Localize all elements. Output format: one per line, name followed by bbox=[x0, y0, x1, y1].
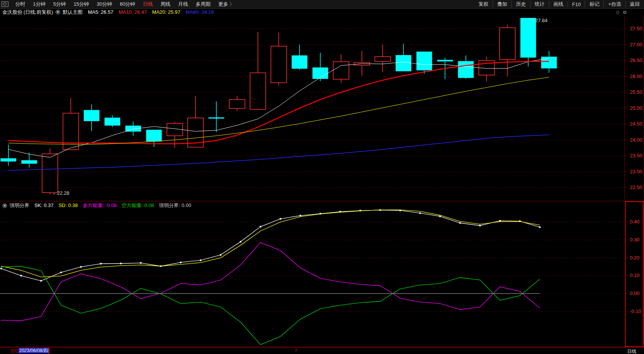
tab-10[interactable]: 更多 〉 bbox=[214, 1, 238, 7]
tab-8[interactable]: 月线 bbox=[174, 1, 192, 7]
data-point-marker bbox=[120, 263, 122, 264]
data-point-marker bbox=[100, 263, 102, 264]
candle[interactable] bbox=[84, 104, 99, 131]
toolbar-button-8[interactable]: 返回 bbox=[625, 1, 644, 8]
candle[interactable] bbox=[209, 101, 224, 132]
data-point-marker bbox=[499, 220, 501, 222]
candle[interactable] bbox=[333, 54, 349, 83]
price-axis-label: 23.00 bbox=[630, 169, 642, 175]
candle[interactable] bbox=[1, 145, 16, 166]
tab-6[interactable]: 日线 bbox=[139, 1, 157, 7]
candle[interactable] bbox=[354, 51, 370, 76]
indicator-chevron-down-icon[interactable]: ▾ bbox=[2, 203, 7, 208]
date-highlight: 2023/06/08/四 bbox=[18, 348, 49, 353]
tab-7[interactable]: 周线 bbox=[157, 1, 174, 7]
indicator-legend-item-2: 多方能量: -0.08 bbox=[83, 202, 117, 208]
indicator-axis-label: 0.10 bbox=[630, 272, 639, 278]
candle[interactable] bbox=[521, 18, 536, 67]
tab-3[interactable]: 15分钟 bbox=[70, 1, 92, 7]
chart-mode-label[interactable]: 默认主图 bbox=[63, 9, 83, 16]
tab-1[interactable]: 1分钟 bbox=[29, 1, 49, 7]
candle[interactable] bbox=[229, 96, 245, 111]
price-axis-label: 25.50 bbox=[630, 89, 642, 95]
toolbar-button-3[interactable]: 统计 bbox=[530, 1, 549, 8]
toolbar-button-4[interactable]: 画线 bbox=[549, 1, 568, 8]
date-axis-bar[interactable]: 2023 2023/06/08/四 7 日线 bbox=[0, 347, 644, 354]
data-point-marker bbox=[300, 215, 301, 216]
toolbar-button-6[interactable]: 标记 bbox=[585, 1, 603, 8]
high-annotation: 27.84 bbox=[535, 18, 548, 23]
tab-2[interactable]: 5分钟 bbox=[49, 1, 70, 7]
MA60-line bbox=[8, 135, 549, 170]
candle[interactable] bbox=[105, 116, 120, 127]
indicator-header: ▾ 强弱分界 SK: 0.37SD: 0.38多方能量: -0.08空方能量: … bbox=[2, 202, 196, 209]
price-axis-label: 27.50 bbox=[630, 26, 642, 31]
period-label: 日线 bbox=[627, 348, 636, 354]
data-point-marker bbox=[20, 275, 22, 276]
indicator-legend-item-0: SK: 0.37 bbox=[34, 202, 54, 208]
toolbar-buttons: 复权叠加历史统计画线F10标记+自选返回 bbox=[474, 1, 644, 8]
data-point-marker bbox=[479, 225, 481, 227]
indicator-axis-label: -0.10 bbox=[630, 308, 641, 314]
candle[interactable] bbox=[479, 57, 495, 82]
price-axis-label: 26.50 bbox=[630, 57, 642, 63]
candle[interactable] bbox=[146, 130, 162, 147]
toolbar-button-0[interactable]: 复权 bbox=[474, 1, 493, 8]
data-point-marker bbox=[80, 266, 82, 268]
toolbar-button-1[interactable]: 叠加 bbox=[493, 1, 511, 8]
ma-legend-item-3: MA60: 24.16 bbox=[186, 9, 214, 15]
price-axis-label: 25.00 bbox=[630, 105, 642, 111]
tab-0[interactable]: 分时 bbox=[11, 1, 29, 7]
data-point-marker bbox=[200, 259, 201, 261]
price-axis-label: 24.00 bbox=[630, 137, 642, 143]
data-point-marker bbox=[459, 222, 461, 224]
indicator-多方能量-line bbox=[1, 242, 540, 321]
low-annotation: ←22.28 bbox=[52, 190, 70, 196]
candle[interactable] bbox=[42, 148, 58, 194]
ma-legend-item-2: MA20: 25.97 bbox=[152, 9, 180, 15]
data-point-marker bbox=[439, 215, 441, 217]
chart-canvas[interactable]: 27.5027.0026.5026.0025.5025.0024.5024.00… bbox=[0, 0, 644, 354]
candle[interactable] bbox=[271, 33, 287, 86]
tab-4[interactable]: 30分钟 bbox=[93, 1, 116, 7]
candle[interactable] bbox=[417, 52, 432, 74]
ma-legend-item-0: MA5: 26.57 bbox=[88, 9, 114, 15]
candle[interactable] bbox=[500, 24, 515, 77]
candle[interactable] bbox=[313, 53, 328, 81]
indicator-axis-label: 0.20 bbox=[630, 255, 639, 261]
data-point-marker bbox=[240, 241, 241, 243]
data-point-marker bbox=[260, 226, 261, 227]
tab-5[interactable]: 60分钟 bbox=[116, 1, 139, 7]
toolbar-button-7[interactable]: +自选 bbox=[603, 1, 625, 8]
period-tabs: 分时1分钟5分钟15分钟30分钟60分钟日线周线月线多周期更多 〉 bbox=[11, 1, 238, 8]
data-point-marker bbox=[60, 272, 62, 273]
candle[interactable] bbox=[292, 45, 307, 70]
indicator-axis-label: 0.00 bbox=[630, 290, 639, 296]
ma-legend-item-1: MA10: 26.47 bbox=[118, 9, 147, 15]
tab-9[interactable]: 多周期 bbox=[192, 1, 214, 7]
toolbar-button-2[interactable]: 历史 bbox=[511, 1, 530, 8]
chevron-down-icon[interactable]: ▾ bbox=[55, 10, 60, 15]
period-tab-bar: 分时1分钟5分钟15分钟30分钟60分钟日线周线月线多周期更多 〉 复权叠加历史… bbox=[0, 0, 644, 9]
indicator-axis-label: 0.30 bbox=[630, 237, 639, 243]
data-point-marker bbox=[180, 262, 182, 263]
candle[interactable] bbox=[250, 32, 266, 109]
candle[interactable] bbox=[375, 45, 391, 72]
candle[interactable] bbox=[396, 44, 411, 71]
price-axis-label: 22.50 bbox=[630, 184, 642, 190]
indicator-legend: SK: 0.37SD: 0.38多方能量: -0.08空方能量: 0.08强弱分… bbox=[34, 202, 196, 209]
data-point-marker bbox=[280, 218, 281, 220]
diamond-icon[interactable]: ◇ bbox=[616, 10, 619, 15]
layout-icon[interactable]: ⧉ bbox=[623, 10, 626, 15]
indicator-name[interactable]: 强弱分界 bbox=[10, 202, 29, 209]
price-axis-label: 27.00 bbox=[630, 42, 642, 47]
price-axis-label: 24.50 bbox=[630, 121, 642, 127]
candle[interactable] bbox=[188, 96, 203, 147]
data-point-marker bbox=[419, 212, 421, 214]
indicator-legend-item-3: 空方能量: 0.08 bbox=[122, 202, 154, 208]
data-point-marker bbox=[220, 254, 221, 256]
ma-legend: MA5: 26.57MA10: 26.47MA20: 25.97MA60: 24… bbox=[88, 9, 219, 15]
indicator-legend-item-4: 强弱分界: 0.00 bbox=[159, 202, 191, 208]
toolbar-button-5[interactable]: F10 bbox=[568, 2, 585, 7]
candle[interactable] bbox=[63, 98, 79, 150]
